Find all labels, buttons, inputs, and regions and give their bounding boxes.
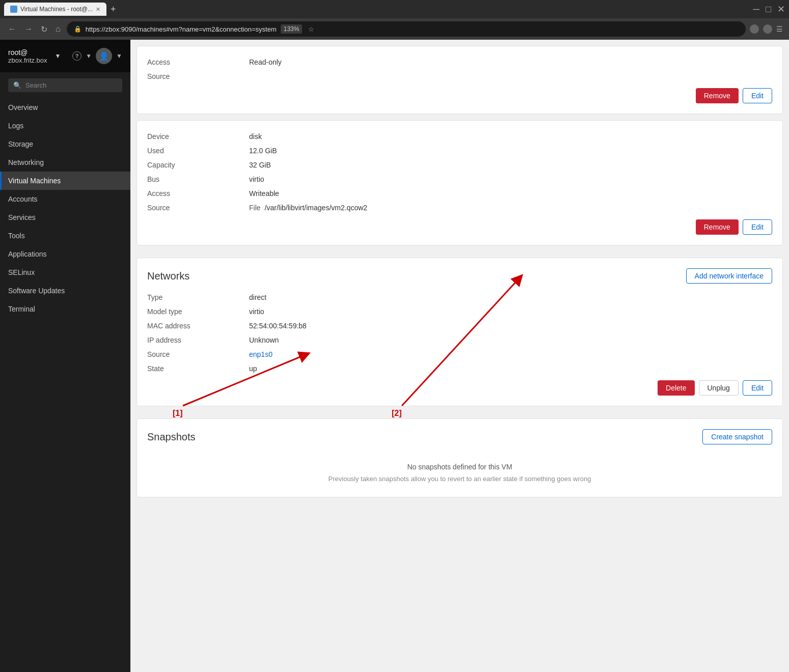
sidebar-item-label: Tools — [8, 232, 25, 240]
sidebar-item-label: Software Updates — [8, 287, 65, 295]
sidebar-item-applications[interactable]: Applications — [0, 245, 130, 263]
sidebar: root@ zbox.fritz.box ▼ ? ▼ 👤 ▼ 🔍 Overvie… — [0, 40, 130, 672]
ext-icon-2 — [763, 24, 772, 34]
disk1-details: Access Read-only Source — [147, 57, 772, 82]
sidebar-header: root@ zbox.fritz.box ▼ ? ▼ 👤 ▼ — [0, 40, 130, 72]
maximize-btn[interactable]: □ — [766, 4, 771, 15]
network-unplug-btn[interactable]: Unplug — [699, 380, 739, 396]
tab-close-btn[interactable]: ✕ — [96, 6, 100, 13]
sidebar-item-selinux[interactable]: SELinux — [0, 263, 130, 282]
sidebar-item-virtual-machines[interactable]: Virtual Machines — [0, 172, 130, 190]
snapshots-empty-text: No snapshots defined for this VM — [147, 453, 772, 475]
browser-chrome: Virtual Machines - root@... ✕ + ─ □ ✕ ← … — [0, 0, 789, 40]
disk2-capacity-label: Capacity — [147, 159, 249, 171]
network-type-label: Type — [147, 292, 249, 303]
sidebar-item-label: Overview — [8, 103, 38, 111]
user-dropdown-icon[interactable]: ▼ — [55, 52, 61, 60]
sidebar-item-label: Networking — [8, 158, 44, 166]
network-details: Type direct Model type virtio MAC addres… — [147, 292, 772, 374]
new-tab-button[interactable]: + — [111, 4, 116, 15]
network-type-value: direct — [249, 292, 772, 303]
sidebar-item-logs[interactable]: Logs — [0, 117, 130, 135]
main-content: Access Read-only Source Remove Edit Devi… — [130, 40, 789, 672]
help-dropdown-icon[interactable]: ▼ — [86, 52, 92, 60]
sidebar-item-software-updates[interactable]: Software Updates — [0, 282, 130, 300]
sidebar-item-label: Services — [8, 213, 36, 221]
disk2-source-label: Source — [147, 202, 249, 213]
network-delete-btn[interactable]: Delete — [658, 380, 694, 396]
disk1-source-value — [249, 71, 772, 82]
disk2-details: Device disk Used 12.0 GiB Capacity 32 Gi… — [147, 131, 772, 213]
disk2-access-value: Writeable — [249, 188, 772, 199]
menu-icon[interactable]: ☰ — [776, 25, 783, 33]
app-wrapper: root@ zbox.fritz.box ▼ ? ▼ 👤 ▼ 🔍 Overvie… — [0, 40, 789, 672]
user-avatar[interactable]: 👤 — [96, 48, 112, 64]
sidebar-item-storage[interactable]: Storage — [0, 135, 130, 153]
svg-text:[2]: [2] — [392, 409, 402, 417]
sidebar-item-overview[interactable]: Overview — [0, 98, 130, 117]
sidebar-username: root@ — [8, 48, 47, 57]
address-bar[interactable]: 🔒 https://zbox:9090/machines#vm?name=vm2… — [67, 21, 746, 37]
network-edit-btn[interactable]: Edit — [743, 380, 772, 396]
browser-titlebar: Virtual Machines - root@... ✕ + ─ □ ✕ — [0, 0, 789, 18]
network-source-link[interactable]: enp1s0 — [249, 349, 772, 360]
disk1-source-label: Source — [147, 71, 249, 82]
sidebar-item-terminal[interactable]: Terminal — [0, 300, 130, 318]
search-input-wrap: 🔍 — [8, 78, 122, 92]
network-state-label: State — [147, 363, 249, 374]
reload-btn[interactable]: ↻ — [39, 22, 49, 36]
network-model-value: virtio — [249, 306, 772, 317]
forward-btn[interactable]: → — [22, 22, 35, 36]
sidebar-item-label: Logs — [8, 122, 23, 130]
sidebar-item-tools[interactable]: Tools — [0, 227, 130, 245]
network-mac-label: MAC address — [147, 320, 249, 331]
network-ip-label: IP address — [147, 334, 249, 346]
disk1-edit-btn[interactable]: Edit — [743, 88, 772, 103]
disk2-capacity-value: 32 GiB — [249, 159, 772, 171]
disk2-device-label: Device — [147, 131, 249, 142]
sidebar-user: root@ zbox.fritz.box — [8, 48, 47, 64]
sidebar-item-services[interactable]: Services — [0, 208, 130, 227]
tab-favicon — [10, 6, 17, 13]
avatar-dropdown-icon[interactable]: ▼ — [116, 52, 122, 60]
sidebar-item-accounts[interactable]: Accounts — [0, 190, 130, 208]
search-input[interactable] — [25, 81, 117, 89]
disk2-remove-btn[interactable]: Remove — [696, 219, 739, 235]
add-network-interface-btn[interactable]: Add network interface — [686, 268, 772, 284]
disk2-edit-btn[interactable]: Edit — [743, 219, 772, 235]
network-ip-value: Unknown — [249, 334, 772, 346]
sidebar-search-container: 🔍 — [0, 72, 130, 98]
close-window-btn[interactable]: ✕ — [777, 4, 785, 15]
bookmark-icon[interactable]: ☆ — [308, 25, 314, 33]
sidebar-item-networking[interactable]: Networking — [0, 153, 130, 172]
sidebar-nav: Overview Logs Storage Networking Virtual… — [0, 98, 130, 672]
help-icon[interactable]: ? — [72, 51, 81, 61]
disk1-actions: Remove Edit — [147, 88, 772, 103]
disk2-bus-label: Bus — [147, 174, 249, 185]
browser-tab[interactable]: Virtual Machines - root@... ✕ — [4, 3, 106, 16]
home-btn[interactable]: ⌂ — [53, 22, 63, 36]
browser-extensions: ☰ — [750, 24, 783, 34]
network-model-label: Model type — [147, 306, 249, 317]
sidebar-item-label: SELinux — [8, 268, 35, 276]
create-snapshot-btn[interactable]: Create snapshot — [702, 429, 772, 444]
svg-text:[1]: [1] — [173, 409, 183, 417]
disk1-remove-btn[interactable]: Remove — [696, 88, 739, 103]
disk1-access-label: Access — [147, 57, 249, 68]
minimize-btn[interactable]: ─ — [753, 4, 759, 15]
network-state-value: up — [249, 363, 772, 374]
networks-card: Networks Add network interface Type dire… — [137, 258, 783, 406]
disk2-access-label: Access — [147, 188, 249, 199]
snapshots-hint-text: Previously taken snapshots allow you to … — [147, 475, 772, 487]
zoom-badge: 133% — [281, 24, 303, 34]
disk2-device-value: disk — [249, 131, 772, 142]
networks-section-header: Networks Add network interface — [147, 268, 772, 284]
tab-title: Virtual Machines - root@... — [20, 6, 93, 13]
disk2-bus-value: virtio — [249, 174, 772, 185]
back-btn[interactable]: ← — [6, 22, 18, 36]
browser-controls: ← → ↻ ⌂ 🔒 https://zbox:9090/machines#vm?… — [0, 18, 789, 40]
disk2-file-path: /var/lib/libvirt/images/vm2.qcow2 — [265, 204, 368, 212]
snapshots-title: Snapshots — [147, 431, 196, 443]
disk2-used-label: Used — [147, 145, 249, 156]
sidebar-item-label: Terminal — [8, 305, 35, 313]
